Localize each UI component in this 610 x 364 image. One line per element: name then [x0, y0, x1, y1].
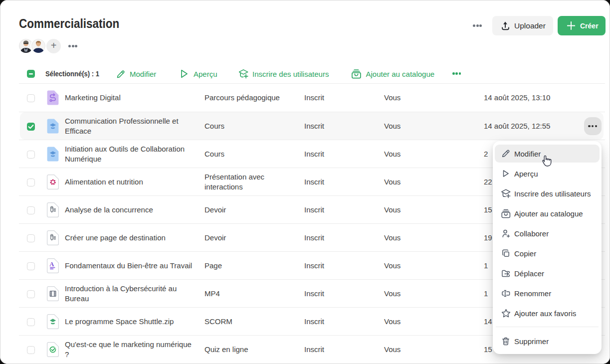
- svg-text:A: A: [49, 261, 54, 268]
